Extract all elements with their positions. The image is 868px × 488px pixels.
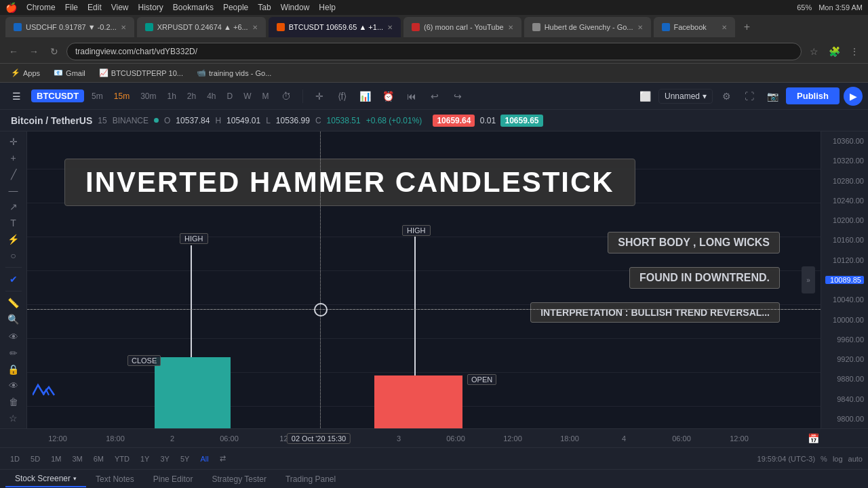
tab-facebook[interactable]: Facebook ✕ — [654, 17, 735, 37]
tv-tf-d[interactable]: D — [224, 90, 237, 102]
horizontal-line-tool[interactable]: — — [3, 183, 24, 198]
os-menu-tab[interactable]: Tab — [258, 3, 271, 12]
tv-tf-30m[interactable]: 30m — [137, 90, 159, 102]
period-compare-btn[interactable]: ⇄ — [215, 452, 231, 465]
os-menu-bookmarks[interactable]: Bookmarks — [173, 3, 214, 12]
tab-stock-screener[interactable]: Stock Screener ▾ — [5, 471, 86, 487]
magnet-tool[interactable]: ✔ — [3, 272, 24, 287]
line-tool[interactable]: ╱ — [3, 167, 24, 182]
tv-tf-2h[interactable]: 2h — [184, 90, 199, 102]
tv-indicator-btn[interactable]: ⟨f⟩ — [333, 87, 352, 106]
tab-strategy-tester[interactable]: Strategy Tester — [202, 472, 275, 487]
tab-youtube[interactable]: (6) moon carl - YouTube ✕ — [403, 17, 521, 37]
tv-tf-15m[interactable]: 15m — [111, 90, 133, 102]
period-5y[interactable]: 5Y — [176, 453, 194, 465]
bookmark-apps[interactable]: ⚡Apps — [5, 67, 45, 79]
high-label-green: HIGH — [180, 233, 208, 244]
tab-givenchy[interactable]: Hubert de Givenchy - Go... ✕ — [524, 17, 651, 37]
tv-live-btn[interactable]: ▶ — [844, 87, 863, 106]
price-10240: 10240.00 — [825, 197, 864, 205]
tv-replay-btn[interactable]: ⏮ — [402, 87, 421, 106]
tv-tf-5m[interactable]: 5m — [88, 90, 106, 102]
tab-text-notes[interactable]: Text Notes — [86, 472, 144, 487]
tv-symbol-badge[interactable]: BTCUSDT — [31, 89, 84, 102]
tab-xrpusdt[interactable]: XRPUSDT 0.24674 ▲ +6... ✕ — [137, 17, 266, 37]
publish-button[interactable]: Publish — [786, 87, 840, 104]
os-menu-file[interactable]: File — [65, 3, 78, 12]
bookmark-btc[interactable]: 📈BTCUSDTPERP 10... — [94, 67, 189, 79]
os-menu-window[interactable]: Window — [281, 3, 310, 12]
tv-tf-4h[interactable]: 4h — [203, 90, 219, 102]
tab-close-givenchy[interactable]: ✕ — [637, 24, 643, 31]
tab-btcusdt[interactable]: BTCUSDT 10659.65 ▲ +1... ✕ — [269, 17, 401, 37]
tab-usdchf[interactable]: USDCHF 0.91787 ▼ -0.2... ✕ — [5, 17, 134, 37]
crosshair-tool[interactable]: + — [3, 150, 24, 165]
tab-close-facebook[interactable]: ✕ — [722, 24, 727, 31]
os-menu-people[interactable]: People — [223, 3, 248, 12]
os-menu-help[interactable]: Help — [319, 3, 336, 12]
arrow-tool[interactable]: ↗ — [3, 199, 24, 214]
period-3y[interactable]: 3Y — [155, 453, 174, 465]
tv-menu-toggle[interactable]: ☰ — [5, 85, 27, 107]
forward-button[interactable]: → — [26, 43, 42, 60]
bookmark-training[interactable]: 📹training vids - Go... — [191, 67, 277, 79]
annotation-tool[interactable]: ✏ — [3, 346, 24, 361]
tab-close-usdchf[interactable]: ✕ — [121, 24, 126, 31]
period-1m[interactable]: 1M — [46, 453, 66, 465]
tv-crosshair-btn[interactable]: ✛ — [310, 87, 329, 106]
tv-redo-btn[interactable]: ↪ — [448, 87, 467, 106]
browser-menu-btn[interactable]: ⋮ — [846, 43, 863, 60]
os-menu-edit[interactable]: Edit — [87, 3, 102, 12]
tv-undo-btn[interactable]: ↩ — [425, 87, 444, 106]
lock-tool[interactable]: 🔒 — [3, 362, 24, 377]
bookmark-gmail[interactable]: 📧Gmail — [48, 67, 91, 79]
bookmark-star[interactable]: ☆ — [806, 43, 822, 60]
os-menu-history[interactable]: History — [138, 3, 163, 12]
tv-tf-m[interactable]: M — [259, 90, 273, 102]
tv-screenshot-btn[interactable]: ⬜ — [635, 87, 654, 106]
star-tool[interactable]: ☆ — [3, 411, 24, 426]
ellipse-tool[interactable]: ○ — [3, 248, 24, 263]
pattern-tool[interactable]: ⚡ — [3, 232, 24, 247]
os-menu-view[interactable]: View — [111, 3, 129, 12]
new-tab-button[interactable]: + — [738, 18, 757, 37]
reload-button[interactable]: ↻ — [46, 43, 62, 60]
tab-trading-panel[interactable]: Trading Panel — [276, 472, 345, 487]
tv-fullscreen-btn[interactable]: ⛶ — [740, 87, 759, 106]
period-all[interactable]: All — [195, 453, 213, 465]
period-3m[interactable]: 3M — [67, 453, 87, 465]
tv-tf-w[interactable]: W — [240, 90, 254, 102]
price-10000: 10000.00 — [825, 316, 864, 324]
address-bar[interactable]: tradingview.com/chart/vdYB332D/ — [66, 43, 802, 60]
tab-pine-editor[interactable]: Pine Editor — [144, 472, 203, 487]
tv-tf-1h[interactable]: 1h — [163, 90, 179, 102]
eye-tool[interactable]: 👁 — [3, 378, 24, 393]
tab-close-youtube[interactable]: ✕ — [508, 24, 513, 31]
tv-tf-custom[interactable]: ⏱ — [277, 87, 296, 106]
back-button[interactable]: ← — [5, 43, 22, 60]
tv-settings-btn[interactable]: ⚙ — [717, 87, 736, 106]
tv-chart-canvas[interactable]: INVERTED HAMMER CANDLESTICK SHORT BODY ,… — [27, 131, 821, 428]
zoom-in-tool[interactable]: 🔍 — [3, 312, 24, 327]
period-5d[interactable]: 5D — [26, 453, 45, 465]
tv-unnamed-dropdown[interactable]: Unnamed ▾ — [658, 89, 713, 104]
period-1d[interactable]: 1D — [5, 453, 24, 465]
text-tool[interactable]: T — [3, 216, 24, 230]
tv-chart-type-btn[interactable]: 📊 — [356, 87, 375, 106]
tv-snapshot-btn[interactable]: 📷 — [763, 87, 782, 106]
apple-icon[interactable]: 🍎 — [5, 2, 17, 13]
period-6m[interactable]: 6M — [89, 453, 108, 465]
tv-alert-btn[interactable]: ⏰ — [379, 87, 398, 106]
trash-tool[interactable]: 🗑 — [3, 394, 24, 409]
cursor-tool[interactable]: ✛ — [3, 134, 24, 149]
tab-close-xrpusdt[interactable]: ✕ — [252, 24, 258, 31]
period-ytd[interactable]: YTD — [110, 453, 134, 465]
tab-close-btcusdt[interactable]: ✕ — [387, 24, 393, 31]
ruler-tool[interactable]: 📏 — [3, 296, 24, 310]
expand-panel-btn[interactable]: » — [802, 266, 815, 293]
os-menu-chrome[interactable]: Chrome — [26, 3, 56, 12]
extensions-btn[interactable]: 🧩 — [826, 43, 842, 60]
time-axis-calendar[interactable]: 📅 — [808, 433, 819, 444]
watchlist-tool[interactable]: 👁 — [3, 329, 24, 344]
period-1y[interactable]: 1Y — [136, 453, 154, 465]
